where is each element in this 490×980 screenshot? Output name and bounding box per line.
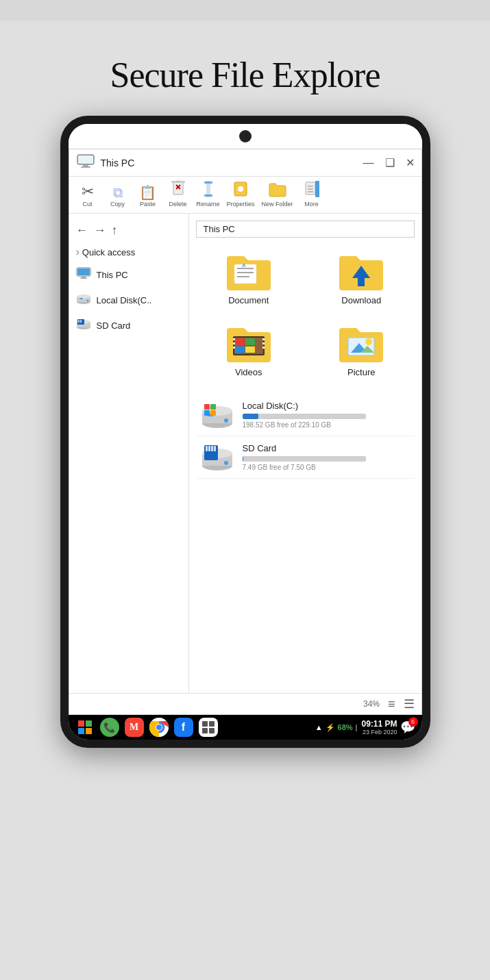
phone-frame: This PC — ❑ ✕ ✂ Cut ⧉	[60, 116, 430, 748]
phone-app-icon[interactable]: 📞	[100, 718, 119, 737]
time-display: 09:11 PM	[361, 719, 397, 729]
svg-rect-24	[80, 277, 87, 279]
maximize-button[interactable]: ❑	[385, 158, 395, 168]
list-icon[interactable]: ☰	[404, 696, 415, 712]
svg-rect-23	[82, 276, 86, 277]
properties-label: Properties	[227, 201, 255, 208]
svg-rect-74	[211, 446, 213, 451]
svg-rect-72	[206, 446, 208, 451]
rename-button[interactable]: Rename	[194, 179, 223, 209]
minimize-button[interactable]: —	[363, 158, 374, 168]
svg-rect-35	[80, 320, 82, 323]
paste-icon: 📋	[139, 186, 156, 199]
sdcard-progress-fill	[243, 456, 244, 462]
sidebar-item-thispc[interactable]: This PC	[69, 262, 188, 288]
forward-button[interactable]: →	[94, 223, 106, 238]
statusbar-percent: 34%	[363, 699, 380, 709]
svg-point-62	[224, 418, 228, 423]
drive-item-sdcard[interactable]: SD Card 7.49 GB free of 7.50 GB	[196, 436, 415, 479]
svg-rect-75	[214, 446, 216, 451]
localdisk-label: Local Disk(C..	[97, 295, 152, 305]
svg-rect-9	[176, 181, 180, 182]
cut-button[interactable]: ✂ Cut	[73, 183, 102, 209]
rename-label: Rename	[197, 201, 220, 208]
date-display: 23 Feb 2020	[363, 729, 397, 736]
svg-rect-48	[233, 338, 235, 340]
sidebar-item-sdcard[interactable]: SD Card	[69, 313, 188, 338]
delete-label: Delete	[169, 201, 186, 208]
folder-item-documents[interactable]: A Document	[196, 246, 302, 311]
localdisk-drive-name: Local Disk(C:)	[243, 401, 411, 411]
toolbar: ✂ Cut ⧉ Copy 📋 Paste	[69, 177, 421, 214]
android-statusbar: 📞 M f	[69, 715, 422, 740]
svg-rect-84	[202, 721, 208, 727]
phone-notch	[69, 124, 422, 149]
windows-button[interactable]	[75, 718, 95, 737]
sdcard-drive-info: SD Card 7.49 GB free of 7.50 GB	[243, 443, 411, 471]
documents-folder-icon: A	[225, 251, 273, 292]
delete-icon	[171, 181, 186, 199]
folder-item-downloads[interactable]: Download	[308, 246, 415, 311]
message-icon-wrap[interactable]: 💬 6	[400, 720, 415, 735]
new-folder-button[interactable]: New Folder	[259, 181, 296, 209]
sdcard-drive-name: SD Card	[243, 443, 411, 453]
back-button[interactable]: ←	[76, 223, 88, 238]
drive-item-localdisk[interactable]: Local Disk(C:) 198.52 GB free of 229.10 …	[196, 394, 415, 436]
grid-app-icon[interactable]	[199, 718, 218, 737]
svg-rect-86	[202, 728, 208, 733]
sort-icon[interactable]: ≡	[388, 697, 395, 712]
paste-button[interactable]: 📋 Paste	[134, 184, 162, 209]
chrome-app-icon[interactable]	[149, 718, 169, 737]
svg-point-14	[238, 186, 243, 192]
facebook-app-icon[interactable]: f	[174, 718, 193, 737]
file-explorer-window: This PC — ❑ ✕ ✂ Cut ⧉	[69, 149, 422, 715]
battery-icon: ⚡	[326, 723, 335, 732]
new-folder-icon	[269, 182, 286, 199]
svg-point-70	[224, 461, 228, 465]
up-button[interactable]: ↑	[112, 223, 118, 238]
more-button[interactable]: More	[297, 179, 326, 209]
svg-rect-4	[78, 155, 93, 164]
downloads-label: Download	[341, 295, 381, 305]
folder-item-pictures[interactable]: Picture	[308, 318, 415, 383]
localdisk-drive-size: 198.52 GB free of 229.10 GB	[243, 421, 411, 429]
phone-camera	[239, 130, 252, 142]
svg-rect-22	[77, 268, 90, 275]
page-title: Secure File Explore	[110, 55, 380, 95]
svg-rect-44	[235, 338, 245, 345]
svg-rect-45	[245, 338, 255, 345]
sidebar: ← → ↑ › Quick access	[69, 214, 189, 693]
svg-rect-50	[233, 347, 235, 349]
quick-access-label: Quick access	[82, 247, 135, 257]
videos-folder-icon	[225, 323, 273, 364]
window-title-text: This PC	[101, 158, 358, 168]
copy-button[interactable]: ⧉ Copy	[103, 184, 132, 209]
svg-rect-77	[86, 720, 92, 727]
message-badge: 6	[408, 717, 418, 727]
svg-rect-5	[173, 182, 183, 194]
svg-point-57	[365, 338, 372, 345]
folder-item-videos[interactable]: Videos	[196, 318, 302, 383]
properties-button[interactable]: Properties	[224, 179, 258, 209]
svg-rect-65	[204, 410, 210, 416]
window-app-icon	[76, 153, 95, 172]
close-button[interactable]: ✕	[406, 158, 415, 168]
svg-rect-52	[262, 342, 265, 344]
localdisk-progress-fill	[243, 414, 258, 419]
svg-rect-73	[208, 446, 210, 451]
thispc-icon	[76, 267, 91, 283]
quick-access-item[interactable]: › Quick access	[69, 242, 188, 262]
svg-rect-11	[204, 181, 212, 184]
svg-rect-15	[306, 182, 315, 194]
copy-label: Copy	[110, 201, 125, 208]
svg-rect-51	[262, 338, 265, 340]
svg-rect-66	[210, 410, 216, 416]
location-bar[interactable]: This PC	[196, 221, 415, 238]
delete-button[interactable]: Delete	[164, 179, 193, 209]
window-body: ← → ↑ › Quick access	[69, 214, 421, 693]
gmail-app-icon[interactable]: M	[125, 718, 144, 737]
separator: |	[356, 723, 358, 731]
sidebar-item-localdisk[interactable]: Local Disk(C..	[69, 288, 188, 313]
svg-text:A: A	[242, 262, 246, 268]
page-wrapper: Secure File Explore	[0, 21, 490, 980]
